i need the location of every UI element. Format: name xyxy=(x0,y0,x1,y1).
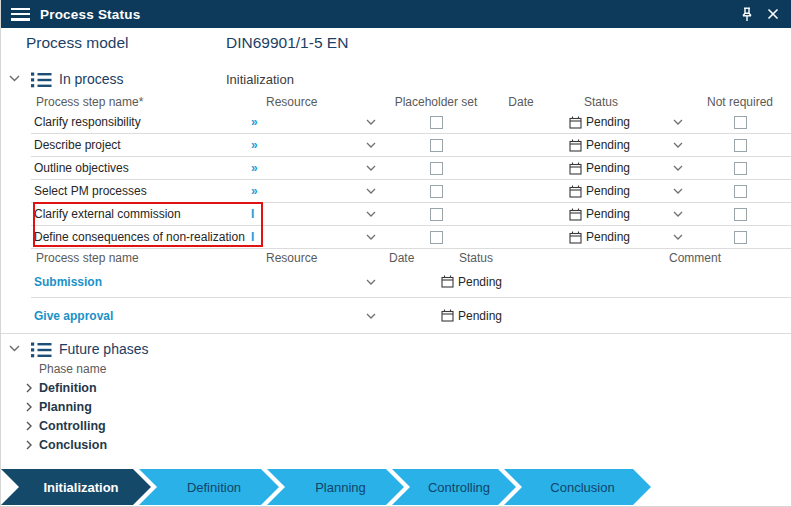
step-name: Clarify responsibility xyxy=(31,115,249,129)
calendar-icon xyxy=(441,275,454,288)
submission-link[interactable]: Submission xyxy=(31,275,249,289)
in-process-title: In process xyxy=(59,71,124,87)
placeholder-checkbox[interactable] xyxy=(430,116,443,129)
phase-name: Planning xyxy=(39,400,92,414)
status-dropdown[interactable]: Pending xyxy=(556,207,701,221)
table-row: Outline objectives » Pending xyxy=(31,157,792,180)
phase-arrow-initialization[interactable]: Initialization xyxy=(1,469,151,505)
calendar-icon xyxy=(569,185,582,198)
not-required-checkbox[interactable] xyxy=(734,208,747,221)
chevron-down-icon[interactable] xyxy=(673,165,683,171)
collapse-chevron-icon[interactable] xyxy=(9,75,20,82)
resource-mark: » xyxy=(251,161,258,175)
chevron-down-icon[interactable] xyxy=(366,165,376,171)
not-required-checkbox[interactable] xyxy=(734,162,747,175)
resource-dropdown[interactable]: » xyxy=(249,138,386,152)
col-header-status: Status xyxy=(556,95,701,109)
status-value: Pending xyxy=(586,230,630,244)
table-row: Clarify responsibility » Pending xyxy=(31,111,792,134)
pin-icon[interactable] xyxy=(739,6,755,22)
collapse-chevron-icon[interactable] xyxy=(9,345,20,352)
chevron-down-icon[interactable] xyxy=(673,211,683,217)
chevron-down-icon[interactable] xyxy=(673,119,683,125)
future-phases-list: Definition Planning Controlling Conclusi… xyxy=(19,378,107,454)
resource-dropdown[interactable]: » xyxy=(249,184,386,198)
chevron-right-icon[interactable] xyxy=(19,440,39,450)
chevron-down-icon[interactable] xyxy=(366,234,376,240)
chevron-down-icon[interactable] xyxy=(366,211,376,217)
approval-steps-table: Process step name Resource Date Status C… xyxy=(31,250,792,333)
give-approval-link[interactable]: Give approval xyxy=(31,309,249,323)
col-header-resource: Resource xyxy=(249,95,386,109)
list-icon xyxy=(31,342,52,358)
phase-tree-item[interactable]: Planning xyxy=(19,397,107,416)
status-value: Pending xyxy=(586,207,630,221)
status-dropdown[interactable]: Pending xyxy=(556,138,701,152)
not-required-checkbox[interactable] xyxy=(734,139,747,152)
phase-arrow-definition[interactable]: Definition xyxy=(139,469,279,505)
resource-dropdown[interactable]: I xyxy=(249,230,386,244)
status-value: Pending xyxy=(586,115,630,129)
not-required-checkbox[interactable] xyxy=(734,185,747,198)
col-header-phase-name: Phase name xyxy=(39,362,106,376)
chevron-down-icon[interactable] xyxy=(366,279,376,285)
status-field[interactable]: Pending xyxy=(441,309,666,323)
placeholder-checkbox[interactable] xyxy=(430,139,443,152)
status-dropdown[interactable]: Pending xyxy=(556,115,701,129)
menu-icon[interactable] xyxy=(11,8,30,21)
chevron-down-icon[interactable] xyxy=(366,119,376,125)
chevron-down-icon[interactable] xyxy=(673,188,683,194)
col-header-resource: Resource xyxy=(249,251,386,265)
chevron-down-icon[interactable] xyxy=(366,142,376,148)
resource-dropdown[interactable]: » xyxy=(249,161,386,175)
placeholder-checkbox[interactable] xyxy=(430,231,443,244)
phase-tree-item[interactable]: Definition xyxy=(19,378,107,397)
phase-tree-item[interactable]: Conclusion xyxy=(19,435,107,454)
status-value: Pending xyxy=(458,309,502,323)
chevron-right-icon[interactable] xyxy=(19,421,39,431)
window-title: Process Status xyxy=(40,7,140,22)
calendar-icon xyxy=(569,231,582,244)
chevron-right-icon[interactable] xyxy=(19,402,39,412)
placeholder-checkbox[interactable] xyxy=(430,162,443,175)
table-header-row: Process step name* Resource Placeholder … xyxy=(31,93,792,111)
status-dropdown[interactable]: Pending xyxy=(556,184,701,198)
col-header-comment: Comment xyxy=(666,251,792,265)
status-field[interactable]: Pending xyxy=(441,275,666,289)
resource-mark: » xyxy=(251,184,258,198)
status-dropdown[interactable]: Pending xyxy=(556,161,701,175)
step-name: Outline objectives xyxy=(31,161,249,175)
phase-tree-item[interactable]: Controlling xyxy=(19,416,107,435)
chevron-down-icon[interactable] xyxy=(366,188,376,194)
placeholder-checkbox[interactable] xyxy=(430,208,443,221)
phase-arrow-controlling[interactable]: Controlling xyxy=(392,469,516,505)
calendar-icon xyxy=(441,309,454,322)
not-required-checkbox[interactable] xyxy=(734,231,747,244)
resource-dropdown[interactable] xyxy=(249,279,386,285)
in-process-section-header: In process Initialization xyxy=(1,70,792,90)
phase-name: Definition xyxy=(39,381,97,395)
chevron-down-icon[interactable] xyxy=(673,234,683,240)
table-row-highlighted: Define consequences of non-realization I… xyxy=(31,226,792,249)
chevron-down-icon[interactable] xyxy=(366,313,376,319)
list-icon xyxy=(31,72,52,88)
chevron-down-icon[interactable] xyxy=(673,142,683,148)
resource-dropdown[interactable]: I xyxy=(249,207,386,221)
status-value: Pending xyxy=(586,138,630,152)
not-required-checkbox[interactable] xyxy=(734,116,747,129)
process-steps-table: Process step name* Resource Placeholder … xyxy=(31,93,792,249)
phase-arrow-planning[interactable]: Planning xyxy=(267,469,404,505)
resource-dropdown[interactable] xyxy=(249,313,386,319)
future-phases-title: Future phases xyxy=(59,341,149,357)
chevron-right-icon[interactable] xyxy=(19,383,39,393)
status-dropdown[interactable]: Pending xyxy=(556,230,701,244)
calendar-icon xyxy=(569,162,582,175)
title-bar: Process Status xyxy=(1,0,792,28)
close-icon[interactable] xyxy=(765,6,781,22)
table-row: Describe project » Pending xyxy=(31,134,792,157)
table-row-highlighted: Clarify external commission I Pending xyxy=(31,203,792,226)
placeholder-checkbox[interactable] xyxy=(430,185,443,198)
resource-dropdown[interactable]: » xyxy=(249,115,386,129)
phase-arrow-conclusion[interactable]: Conclusion xyxy=(504,469,651,505)
step-name: Clarify external commission xyxy=(31,207,249,221)
